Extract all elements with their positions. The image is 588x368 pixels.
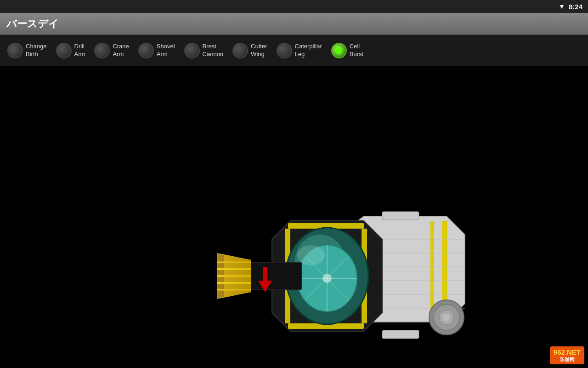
radio-btn-brest-cannon[interactable]	[184, 43, 200, 58]
watermark: 962.NET 乐游网	[550, 346, 584, 364]
toolbar: ChangeBirthDrillArmCraneArmShovelArmBres…	[0, 35, 588, 66]
svg-rect-10	[382, 330, 419, 339]
svg-rect-29	[244, 262, 302, 290]
time-display: 8:24	[569, 3, 582, 11]
radio-label-drill-arm: DrillArm	[74, 43, 85, 58]
toolbar-item-drill-arm[interactable]: DrillArm	[51, 43, 90, 58]
toolbar-item-caterpillar-leg[interactable]: CaterpillarLeg	[272, 43, 327, 58]
radio-label-cutter-wing: CutterWing	[251, 43, 267, 58]
svg-point-14	[443, 314, 450, 321]
radio-label-shovel-arm: ShovelArm	[157, 43, 175, 58]
toolbar-item-crane-arm[interactable]: CraneArm	[90, 43, 133, 58]
status-bar: ▼ 8:24	[0, 0, 588, 13]
radio-label-caterpillar-leg: CaterpillarLeg	[295, 43, 322, 58]
toolbar-item-shovel-arm[interactable]: ShovelArm	[134, 43, 180, 58]
radio-btn-change-birth[interactable]	[7, 43, 23, 58]
app-title: バースデイ	[6, 17, 59, 31]
svg-rect-9	[382, 212, 419, 220]
radio-btn-cell-burst[interactable]	[331, 43, 347, 58]
watermark-top: 962.NET	[554, 348, 581, 356]
toolbar-item-change-birth[interactable]: ChangeBirth	[3, 43, 51, 58]
radio-btn-shovel-arm[interactable]	[138, 43, 154, 58]
svg-marker-37	[217, 253, 251, 299]
radio-btn-cutter-wing[interactable]	[232, 43, 248, 58]
radio-label-change-birth: ChangeBirth	[26, 43, 47, 58]
radio-label-crane-arm: CraneArm	[113, 43, 129, 58]
svg-point-27	[322, 274, 332, 283]
device-illustration	[217, 207, 474, 350]
main-content	[0, 66, 588, 368]
watermark-bot: 乐游网	[560, 356, 575, 362]
toolbar-item-cutter-wing[interactable]: CutterWing	[228, 43, 271, 58]
svg-point-28	[297, 245, 325, 265]
wifi-icon: ▼	[559, 3, 565, 10]
title-bar: バースデイ	[0, 13, 588, 35]
toolbar-item-cell-burst[interactable]: CellBurst	[327, 43, 368, 58]
radio-btn-caterpillar-leg[interactable]	[277, 43, 292, 58]
radio-btn-drill-arm[interactable]	[56, 43, 72, 58]
radio-btn-crane-arm[interactable]	[94, 43, 110, 58]
radio-label-cell-burst: CellBurst	[350, 43, 363, 58]
radio-label-brest-cannon: BrestCannon	[203, 43, 224, 58]
toolbar-item-brest-cannon[interactable]: BrestCannon	[180, 43, 228, 58]
